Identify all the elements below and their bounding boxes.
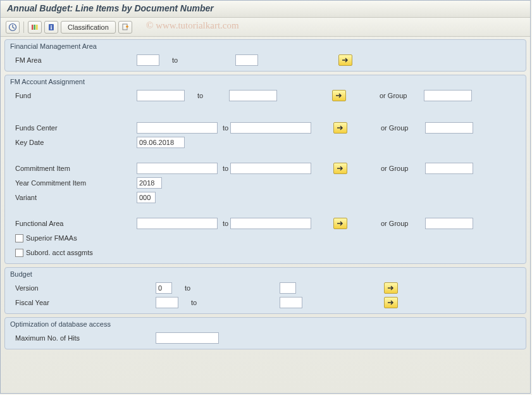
funds-center-from-input[interactable] xyxy=(137,122,218,134)
row-max-hits: Maximum No. of Hits xyxy=(10,331,521,345)
fiscal-select-button[interactable] xyxy=(384,297,398,308)
func-area-to-input[interactable] xyxy=(230,218,311,229)
or-group-label: or Group xyxy=(373,92,424,99)
fund-select-button[interactable] xyxy=(332,90,346,101)
fiscal-from-input[interactable] xyxy=(156,297,178,308)
to-label: to xyxy=(218,124,230,132)
funds-center-group-input[interactable] xyxy=(425,122,473,134)
fiscal-to-input[interactable] xyxy=(280,297,302,308)
year-commit-input[interactable] xyxy=(137,177,162,189)
group-budget: Budget Version to Fiscal Year to xyxy=(4,267,526,314)
funds-center-select-button[interactable] xyxy=(333,122,347,134)
subord-label: Subord. acct assgmts xyxy=(26,249,93,256)
group-title-budget: Budget xyxy=(10,269,521,280)
row-fm-area: FM Area to xyxy=(10,53,521,67)
or-group-label: or Group xyxy=(374,165,425,172)
key-date-label: Key Date xyxy=(10,139,137,146)
subord-checkbox[interactable] xyxy=(15,249,23,257)
fiscal-label: Fiscal Year xyxy=(10,299,156,306)
version-select-button[interactable] xyxy=(384,282,398,294)
fm-area-select-button[interactable] xyxy=(338,54,352,66)
group-opt: Optimization of database access Maximum … xyxy=(4,317,526,349)
row-subord: Subord. acct assgmts xyxy=(10,246,521,260)
to-label: to xyxy=(172,284,280,292)
to-label: to xyxy=(218,165,230,172)
variant-button[interactable] xyxy=(28,21,42,34)
classification-label: Classification xyxy=(68,23,109,31)
svg-rect-3 xyxy=(36,25,38,30)
commit-item-from-input[interactable] xyxy=(137,163,218,174)
document-plus-icon xyxy=(121,23,130,32)
row-func-area: Functional Area to or Group xyxy=(10,216,521,230)
svg-rect-2 xyxy=(34,25,36,30)
commit-item-to-input[interactable] xyxy=(230,163,311,174)
row-superior: Superior FMAAs xyxy=(10,231,521,245)
watermark: © www.tutorialkart.com xyxy=(146,20,239,31)
fm-area-to-input[interactable] xyxy=(235,54,258,66)
commit-item-group-input[interactable] xyxy=(425,163,473,174)
info-button[interactable] xyxy=(44,21,58,34)
arrow-right-icon xyxy=(336,124,345,132)
to-label: to xyxy=(185,92,229,99)
group-title-assign: FM Account Assignment xyxy=(10,77,521,88)
or-group-label: or Group xyxy=(374,220,425,227)
row-fiscal: Fiscal Year to xyxy=(10,296,521,310)
commit-item-select-button[interactable] xyxy=(333,163,347,174)
clock-execute-icon xyxy=(8,23,17,32)
commit-item-label: Commitment Item xyxy=(10,165,137,172)
superior-label: Superior FMAAs xyxy=(26,234,77,242)
func-area-label: Functional Area xyxy=(10,220,137,227)
funds-center-to-input[interactable] xyxy=(230,122,311,134)
group-assign: FM Account Assignment Fund to or Group F… xyxy=(4,75,526,264)
info-icon xyxy=(47,23,56,32)
group-title-fma: Financial Management Area xyxy=(10,41,521,53)
toolbar-separator xyxy=(23,22,24,33)
version-to-input[interactable] xyxy=(280,282,296,294)
func-area-select-button[interactable] xyxy=(333,218,347,229)
columns-icon xyxy=(30,23,39,32)
fund-group-input[interactable] xyxy=(424,90,472,101)
row-commit-item: Commitment Item to or Group xyxy=(10,161,521,175)
fm-area-from-input[interactable] xyxy=(137,54,159,66)
superior-checkbox[interactable] xyxy=(15,234,23,242)
row-funds-center: Funds Center to or Group xyxy=(10,121,521,135)
toolbar: Classification © www.tutorialkart.com xyxy=(1,18,530,37)
group-fma: Financial Management Area FM Area to xyxy=(4,39,526,72)
variant-label: Variant xyxy=(10,194,137,201)
page-title: Annual Budget: Line Items by Document Nu… xyxy=(7,3,524,13)
row-variant: Variant xyxy=(10,191,521,204)
arrow-right-icon xyxy=(387,299,395,306)
title-bar: Annual Budget: Line Items by Document Nu… xyxy=(1,1,530,18)
funds-center-label: Funds Center xyxy=(10,124,137,132)
svg-rect-1 xyxy=(32,25,34,30)
row-key-date: Key Date xyxy=(10,135,521,149)
fund-to-input[interactable] xyxy=(229,90,277,101)
max-hits-label: Maximum No. of Hits xyxy=(10,334,156,342)
version-label: Version xyxy=(10,284,156,292)
version-from-input[interactable] xyxy=(156,282,172,294)
to-label: to xyxy=(218,220,230,227)
arrow-right-icon xyxy=(336,220,345,227)
variant-input[interactable] xyxy=(137,192,156,203)
fund-from-input[interactable] xyxy=(137,90,185,101)
arrow-right-icon xyxy=(335,92,343,99)
arrow-right-icon xyxy=(387,284,395,292)
row-year-commit: Year Commitment Item xyxy=(10,176,521,190)
year-commit-label: Year Commitment Item xyxy=(10,179,137,187)
execute-button[interactable] xyxy=(6,21,20,34)
create-button[interactable] xyxy=(118,21,132,34)
or-group-label: or Group xyxy=(374,124,425,132)
max-hits-input[interactable] xyxy=(156,332,219,344)
func-area-from-input[interactable] xyxy=(137,218,218,229)
func-area-group-input[interactable] xyxy=(425,218,473,229)
svg-rect-6 xyxy=(51,27,52,29)
to-label: to xyxy=(178,299,280,306)
fund-label: Fund xyxy=(10,92,137,99)
arrow-right-icon xyxy=(336,165,345,172)
fm-area-label: FM Area xyxy=(10,56,137,64)
to-label: to xyxy=(159,56,235,64)
key-date-input[interactable] xyxy=(137,137,185,148)
row-version: Version to xyxy=(10,281,521,295)
classification-button[interactable]: Classification xyxy=(61,21,116,34)
row-fund: Fund to or Group xyxy=(10,89,521,103)
